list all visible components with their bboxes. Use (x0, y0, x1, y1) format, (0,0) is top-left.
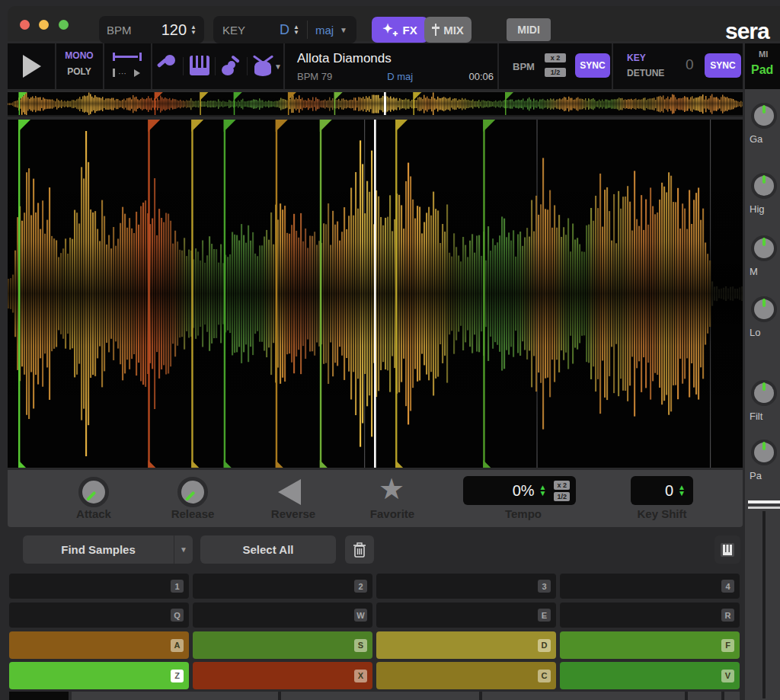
mono-label[interactable]: MONO (56, 50, 103, 61)
panel-knob-filt[interactable] (751, 380, 777, 406)
pad-C[interactable]: C (376, 662, 556, 689)
pad-key-badge: C (538, 670, 551, 682)
zoom-window-icon[interactable] (59, 20, 69, 30)
panel-knob-m[interactable] (751, 235, 777, 261)
pad-key-badge: R (721, 609, 734, 622)
slice-marker (224, 120, 225, 468)
pad-A[interactable]: A (9, 631, 189, 659)
key-stepper-icon[interactable]: ▲▼ (293, 24, 299, 35)
panel-knob-label: Filt (750, 411, 780, 422)
bottom-strip-cell (9, 692, 69, 700)
close-window-icon[interactable] (20, 20, 30, 30)
panel-header-pad: Pad (751, 63, 773, 77)
pad-F[interactable]: F (560, 631, 740, 659)
pad-3[interactable]: 3 (376, 574, 556, 599)
knob-indicator (762, 299, 766, 307)
pad-4[interactable]: 4 (560, 574, 740, 599)
key-shift-control[interactable]: 0 ▲▼ (631, 476, 693, 505)
pad-Q[interactable]: Q (9, 603, 189, 628)
pad-key-badge: S (354, 639, 367, 652)
delete-button[interactable] (345, 535, 374, 564)
waveform-overview[interactable] (8, 91, 743, 117)
bpm-stepper-icon[interactable]: ▲▼ (190, 24, 197, 35)
trigger-mode-icon[interactable]: ··· (113, 69, 142, 78)
mono-poly-toggle[interactable]: MONO POLY (56, 50, 103, 77)
tempo-label: Tempo (470, 507, 577, 520)
slice-marker (191, 120, 193, 468)
release-knob[interactable] (177, 477, 208, 507)
find-samples-caret-icon[interactable]: ▼ (174, 535, 193, 564)
bpm-half-button[interactable]: 1/2 (545, 68, 566, 77)
panel-knob-hig[interactable] (751, 173, 777, 199)
guitar-icon[interactable] (221, 54, 242, 77)
detune-value[interactable]: 0 (686, 56, 694, 73)
detune-label: DETUNE (627, 68, 664, 78)
track-key: D maj (387, 71, 413, 82)
midi-button[interactable]: MIDI (507, 18, 551, 41)
bpm-x2-button[interactable]: x 2 (545, 53, 566, 62)
select-all-button[interactable]: Select All (200, 535, 336, 564)
key-shift-stepper-icon[interactable]: ▲▼ (678, 484, 686, 497)
pad-key-badge: 1 (171, 580, 184, 593)
pad-key-badge: F (721, 639, 734, 652)
panel-knob-pa[interactable] (751, 439, 777, 465)
pad-V[interactable]: V (560, 662, 740, 689)
waveform-main[interactable] (8, 120, 743, 468)
panel-knob-lo[interactable] (751, 296, 777, 322)
pad-1[interactable]: 1 (9, 574, 189, 599)
divider (283, 43, 285, 89)
poly-label[interactable]: POLY (56, 66, 103, 77)
key-control[interactable]: KEY D ▲▼ maj ▼ (213, 16, 356, 43)
favorite-star-icon[interactable]: ★ (379, 475, 404, 503)
tempo-x2-button[interactable]: x 2 (554, 481, 570, 490)
bpm-control[interactable]: BPM 120 ▲▼ (99, 16, 204, 43)
bpm-sync-button[interactable]: SYNC (575, 53, 610, 78)
attack-knob[interactable] (78, 477, 109, 507)
pad-D[interactable]: D (376, 631, 556, 659)
bpm-value[interactable]: 120 (161, 21, 187, 39)
piano-icon[interactable] (189, 54, 210, 77)
microphone-icon[interactable] (157, 54, 177, 77)
key-value[interactable]: D (280, 22, 289, 38)
pad-W[interactable]: W (193, 603, 372, 628)
fx-button[interactable]: ✦✚ FX (372, 17, 428, 43)
sync-mode-toggle[interactable]: ··· (113, 52, 142, 78)
panel-knob-ga[interactable] (751, 103, 777, 129)
transport-bar: MONO POLY ··· ▼ (8, 43, 743, 89)
volume-fader[interactable] (748, 500, 780, 698)
pad-key-badge: Q (171, 609, 184, 622)
serato-logo: sera (725, 18, 769, 44)
divider (103, 43, 104, 89)
pad-2[interactable]: 2 (193, 574, 372, 599)
fader-track (762, 511, 766, 698)
key-mode-caret-icon[interactable]: ▼ (340, 26, 347, 34)
key-sync-button[interactable]: SYNC (705, 53, 741, 78)
panel-knob-label: Pa (750, 470, 780, 481)
pad-X[interactable]: X (193, 662, 372, 689)
bottom-strip (72, 692, 740, 700)
knob-indicator (762, 105, 766, 113)
instrument-caret-icon[interactable]: ▼ (274, 62, 282, 71)
key-shift-value[interactable]: 0 (665, 482, 673, 500)
mix-button[interactable]: MIX (424, 17, 472, 43)
tempo-control[interactable]: 0% ▲▼ x 2 1/2 (463, 476, 576, 505)
play-icon[interactable] (23, 55, 41, 78)
pad-R[interactable]: R (560, 603, 740, 628)
minimize-window-icon[interactable] (39, 20, 49, 30)
panel-knob-label: Hig (750, 203, 780, 215)
find-samples-button[interactable]: Find Samples (23, 535, 174, 564)
reverse-icon[interactable] (278, 479, 301, 505)
tempo-stepper-icon[interactable]: ▲▼ (539, 484, 547, 497)
key-mode-value[interactable]: maj (315, 24, 334, 37)
pad-Z[interactable]: Z (9, 662, 189, 689)
keyboard-mode-button[interactable] (714, 535, 740, 564)
track-title: Allota Diamonds (297, 51, 494, 66)
pad-E[interactable]: E (376, 603, 556, 628)
pad-key-badge: 3 (538, 580, 551, 593)
tempo-value[interactable]: 0% (513, 482, 535, 500)
loop-length-icon[interactable] (113, 52, 142, 61)
pad-key-badge: W (354, 609, 367, 622)
tempo-half-button[interactable]: 1/2 (554, 492, 570, 501)
pad-S[interactable]: S (193, 631, 372, 659)
drum-icon[interactable] (251, 54, 274, 77)
